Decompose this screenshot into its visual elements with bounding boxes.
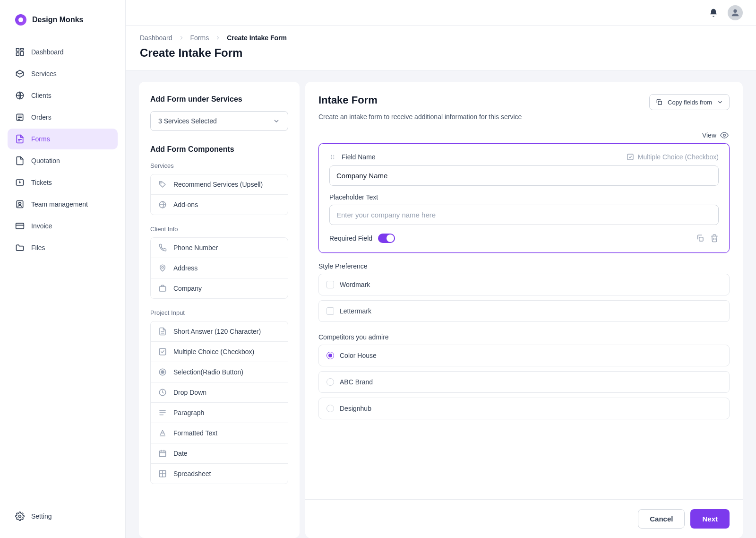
svg-point-44 bbox=[333, 155, 334, 156]
next-button[interactable]: Next bbox=[690, 509, 730, 529]
avatar[interactable] bbox=[728, 5, 743, 20]
file-icon bbox=[15, 156, 25, 165]
services-select-value: 3 Services Selected bbox=[158, 117, 217, 125]
sidebar-item-orders[interactable]: Orders bbox=[8, 107, 118, 128]
drag-handle-icon[interactable] bbox=[329, 154, 336, 160]
component-item[interactable]: Add-ons bbox=[151, 194, 288, 215]
check-square-icon bbox=[158, 347, 167, 356]
sidebar-item-quotation[interactable]: Quotation bbox=[8, 150, 118, 171]
field-name-input[interactable] bbox=[329, 165, 719, 186]
group-label: Services bbox=[150, 162, 288, 169]
sidebar-item-team-management[interactable]: Team management bbox=[8, 194, 118, 215]
form-subtitle: Create an intake form to receive additio… bbox=[318, 113, 730, 121]
sidebar-item-files[interactable]: Files bbox=[8, 237, 118, 258]
user-badge-icon bbox=[15, 200, 25, 209]
component-item[interactable]: Company bbox=[151, 278, 288, 298]
dashboard-icon bbox=[15, 47, 25, 57]
field-block[interactable]: Competitors you admireColor HouseABC Bra… bbox=[318, 333, 730, 419]
briefcase-icon bbox=[158, 284, 167, 293]
grid-icon bbox=[158, 469, 167, 478]
form-title: Intake Form bbox=[318, 94, 378, 106]
brand: Design Monks bbox=[0, 0, 125, 40]
calendar-icon bbox=[158, 449, 167, 458]
svg-rect-22 bbox=[159, 286, 166, 291]
form-components-panel: Add Form under Services 3 Services Selec… bbox=[139, 82, 300, 538]
services-select[interactable]: 3 Services Selected bbox=[150, 111, 288, 131]
field-card-active[interactable]: Field Name Multiple Choice (Checkbox) Pl… bbox=[318, 143, 730, 253]
checkbox-icon bbox=[326, 307, 334, 315]
component-label: Company bbox=[173, 285, 202, 292]
option-label: Lettermark bbox=[340, 307, 371, 315]
clock-icon bbox=[158, 388, 167, 397]
sidebar-item-invoice[interactable]: Invoice bbox=[8, 216, 118, 236]
sidebar-item-label: Files bbox=[31, 244, 45, 252]
svg-point-42 bbox=[331, 156, 332, 157]
sidebar-item-setting[interactable]: Setting bbox=[8, 506, 118, 527]
component-item[interactable]: Recommend Services (Upsell) bbox=[151, 174, 288, 194]
breadcrumb-item[interactable]: Forms bbox=[190, 34, 209, 42]
svg-point-19 bbox=[161, 182, 162, 183]
svg-point-40 bbox=[723, 134, 726, 137]
option-row[interactable]: Lettermark bbox=[318, 300, 730, 322]
sidebar-item-forms[interactable]: Forms bbox=[8, 129, 118, 149]
svg-point-15 bbox=[19, 202, 21, 205]
component-item[interactable]: Date bbox=[151, 443, 288, 463]
sidebar-item-services[interactable]: Services bbox=[8, 63, 118, 84]
sidebar-item-label: Tickets bbox=[31, 179, 52, 186]
svg-point-45 bbox=[333, 156, 334, 157]
svg-rect-48 bbox=[699, 237, 703, 241]
breadcrumb-item: Create Intake Form bbox=[227, 34, 287, 42]
option-row[interactable]: ABC Brand bbox=[318, 371, 730, 393]
component-item[interactable]: Short Answer (120 Character) bbox=[151, 321, 288, 341]
component-item[interactable]: Paragraph bbox=[151, 402, 288, 423]
component-item[interactable]: Selection(Radio Button) bbox=[151, 362, 288, 382]
sidebar-item-label: Quotation bbox=[31, 157, 60, 165]
component-item[interactable]: Formatted Text bbox=[151, 423, 288, 443]
cancel-button[interactable]: Cancel bbox=[638, 509, 685, 529]
intake-form-panel: Intake Form Copy fields from Create an i… bbox=[305, 82, 743, 538]
component-item[interactable]: Phone Number bbox=[151, 238, 288, 258]
ticket-icon bbox=[15, 178, 25, 187]
copy-fields-button[interactable]: Copy fields from bbox=[649, 94, 730, 110]
field-block[interactable]: Style PreferenceWordmarkLettermark bbox=[318, 262, 730, 322]
option-row[interactable]: Wordmark bbox=[318, 274, 730, 295]
placeholder-input[interactable] bbox=[329, 205, 719, 225]
globe-icon bbox=[15, 91, 25, 100]
component-item[interactable]: Address bbox=[151, 258, 288, 278]
required-toggle[interactable] bbox=[378, 234, 395, 243]
component-label: Phone Number bbox=[173, 244, 218, 252]
form-icon bbox=[15, 134, 25, 144]
eye-icon bbox=[720, 131, 729, 139]
component-group: Short Answer (120 Character)Multiple Cho… bbox=[150, 321, 288, 484]
svg-rect-2 bbox=[21, 52, 24, 55]
breadcrumb-item[interactable]: Dashboard bbox=[140, 34, 172, 42]
duplicate-icon[interactable] bbox=[696, 234, 704, 243]
delete-icon[interactable] bbox=[710, 234, 719, 243]
view-toggle[interactable]: View bbox=[318, 131, 730, 139]
svg-rect-32 bbox=[159, 451, 166, 457]
component-item[interactable]: Drop Down bbox=[151, 382, 288, 402]
component-item[interactable]: Spreadsheet bbox=[151, 463, 288, 484]
group-label: Client Info bbox=[150, 226, 288, 233]
sidebar-item-label: Invoice bbox=[31, 222, 52, 230]
view-label: View bbox=[702, 131, 716, 139]
sidebar-item-clients[interactable]: Clients bbox=[8, 85, 118, 106]
field-label: Style Preference bbox=[318, 262, 730, 270]
sidebar-item-tickets[interactable]: Tickets bbox=[8, 172, 118, 193]
component-label: Address bbox=[173, 264, 198, 272]
component-label: Spreadsheet bbox=[173, 470, 211, 477]
option-row[interactable]: Color House bbox=[318, 345, 730, 366]
sidebar-item-dashboard[interactable]: Dashboard bbox=[8, 42, 118, 62]
field-type-badge[interactable]: Multiple Choice (Checkbox) bbox=[627, 153, 719, 161]
required-label: Required Field bbox=[329, 234, 372, 242]
component-item[interactable]: Multiple Choice (Checkbox) bbox=[151, 341, 288, 362]
globe2-icon bbox=[158, 200, 167, 209]
option-row[interactable]: Designhub bbox=[318, 398, 730, 419]
component-label: Add-ons bbox=[173, 201, 198, 208]
sidebar-item-label: Orders bbox=[31, 113, 52, 121]
component-label: Short Answer (120 Character) bbox=[173, 328, 261, 335]
chevron-right-icon bbox=[215, 35, 221, 41]
bell-icon[interactable] bbox=[709, 8, 718, 17]
page-header: DashboardFormsCreate Intake Form Create … bbox=[126, 26, 756, 70]
option-label: ABC Brand bbox=[340, 378, 373, 386]
